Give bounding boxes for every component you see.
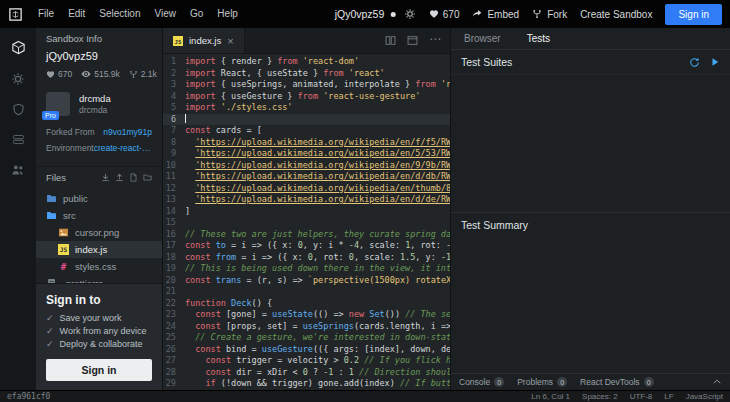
tab-tests[interactable]: Tests: [514, 28, 563, 49]
sandbox-info-icon[interactable]: [11, 40, 26, 55]
topbar-sign-in-button[interactable]: Sign in: [665, 4, 722, 25]
sandbox-info-header[interactable]: Sandbox Info: [36, 28, 162, 48]
console-tab-problems[interactable]: Problems0: [517, 377, 567, 387]
tab-browser[interactable]: Browser: [451, 28, 514, 49]
code-line-27[interactable]: 27 const trigger = velocity > 0.2 // If …: [163, 355, 450, 367]
server-icon[interactable]: [12, 133, 25, 146]
file-styles-css[interactable]: #styles.css: [36, 258, 162, 275]
test-summary-body: [451, 237, 730, 374]
line-content: 'https://upload.wikimedia.org/wikipedia/…: [185, 148, 450, 160]
menu-selection[interactable]: Selection: [92, 0, 147, 28]
code-line-26[interactable]: 26 const bind = useGesture(({ args: [ind…: [163, 344, 450, 356]
author-row[interactable]: Pro drcmda drcmda: [36, 84, 162, 122]
meta-value-link[interactable]: create-react-app: [94, 143, 152, 153]
code-line-28[interactable]: 28 const dir = xDir < 0 ? -1 : 1 // Dire…: [163, 367, 450, 379]
status-language-mode[interactable]: JavaScript: [686, 392, 723, 401]
files-header[interactable]: Files: [36, 166, 162, 188]
menu-view[interactable]: View: [148, 0, 184, 28]
code-line-6[interactable]: 6: [163, 114, 450, 126]
status-eol[interactable]: LF: [664, 392, 673, 401]
file-index-js[interactable]: JSindex.js: [36, 241, 162, 258]
console-tab-label: React DevTools: [580, 377, 640, 387]
sidebar: Sandbox Info jQy0vpz59 670515.9k2.1k Pro…: [36, 28, 163, 390]
code-line-16[interactable]: 16// These two are just helpers, they cu…: [163, 229, 450, 241]
stat-eye: 515.9k: [81, 69, 120, 79]
menu-edit[interactable]: Edit: [61, 0, 92, 28]
code-line-25[interactable]: 25 // Create a gesture, we're interested…: [163, 332, 450, 344]
file-cursor-png[interactable]: cursor.png: [36, 224, 162, 241]
stat-heart: 670: [46, 69, 72, 79]
code-line-17[interactable]: 17const to = i => ({ x: 0, y: i * -4, sc…: [163, 240, 450, 252]
sandbox-title: jQy0vpz59: [335, 8, 385, 20]
file-public[interactable]: public: [36, 190, 162, 207]
tab-label: index.js: [189, 35, 221, 46]
code-line-24[interactable]: 24 const [props, set] = useSprings(cards…: [163, 321, 450, 333]
status-encoding[interactable]: UTF-8: [630, 392, 653, 401]
meta-value-link[interactable]: n9vo1my91p: [103, 127, 152, 137]
status-cursor-position[interactable]: Ln 6, Col 1: [531, 392, 570, 401]
split-editor-icon[interactable]: [385, 35, 396, 46]
preferences-gear-icon[interactable]: [404, 8, 416, 20]
more-actions-icon[interactable]: ⋯: [429, 35, 441, 46]
menu-go[interactable]: Go: [183, 0, 210, 28]
code-line-3[interactable]: 3import { useSprings, animated, interpol…: [163, 79, 450, 91]
code-line-8[interactable]: 8 'https://upload.wikimedia.org/wikipedi…: [163, 137, 450, 149]
code-line-11[interactable]: 11 'https://upload.wikimedia.org/wikiped…: [163, 171, 450, 183]
js-file-icon: JS: [58, 244, 69, 255]
unsaved-indicator: [390, 12, 395, 17]
code-line-15[interactable]: 15: [163, 217, 450, 229]
menu-help[interactable]: Help: [210, 0, 245, 28]
run-tests-icon[interactable]: [710, 57, 720, 68]
code-line-20[interactable]: 20const trans = (r, s) => `perspective(1…: [163, 275, 450, 287]
new-file-icon[interactable]: [129, 173, 138, 182]
code-line-18[interactable]: 18const from = i => ({ x: 0, rot: 0, sca…: [163, 252, 450, 264]
code-line-2[interactable]: 2import React, { useState } from 'react': [163, 68, 450, 80]
statusbar-items: Ln 6, Col 1Spaces: 2UTF-8LFJavaScript: [531, 392, 723, 401]
code-line-4[interactable]: 4import { useGesture } from 'react-use-g…: [163, 91, 450, 103]
code-line-29[interactable]: 29 if (!down && trigger) gone.add(index)…: [163, 378, 450, 390]
tab-index-js[interactable]: JS index.js ×: [163, 28, 245, 53]
new-directory-icon[interactable]: [143, 173, 152, 182]
eye-icon: [81, 69, 91, 79]
code-line-9[interactable]: 9 'https://upload.wikimedia.org/wikipedi…: [163, 148, 450, 160]
code-line-22[interactable]: 22function Deck() {: [163, 298, 450, 310]
console-tab-console[interactable]: Console0: [459, 377, 504, 387]
code-line-14[interactable]: 14]: [163, 206, 450, 218]
codesandbox-logo-icon[interactable]: [8, 7, 23, 22]
expand-console-icon[interactable]: [712, 377, 722, 387]
line-number: 5: [163, 102, 185, 114]
code-line-12[interactable]: 12 'https://upload.wikimedia.org/wikiped…: [163, 183, 450, 195]
code-line-23[interactable]: 23 const [gone] = useState(() => new Set…: [163, 309, 450, 321]
topbar-actions: 670 Embed Fork Create Sandbox Sign in: [404, 4, 722, 25]
file-prettierrc[interactable]: .prettierrc: [36, 275, 162, 283]
code-line-19[interactable]: 19// This is being used down there in th…: [163, 263, 450, 275]
line-content: import { render } from 'react-dom': [185, 56, 450, 68]
status-indentation[interactable]: Spaces: 2: [582, 392, 618, 401]
embed-button[interactable]: Embed: [472, 9, 519, 20]
live-shield-icon[interactable]: [12, 103, 25, 116]
files-header-actions: [101, 173, 152, 182]
create-sandbox-button[interactable]: Create Sandbox: [580, 9, 652, 20]
menu-file[interactable]: File: [31, 0, 61, 28]
console-tab-react-devtools[interactable]: React DevTools0: [580, 377, 654, 387]
configuration-gear-icon[interactable]: [11, 72, 25, 86]
open-preview-icon[interactable]: [407, 35, 418, 46]
code-line-21[interactable]: 21: [163, 286, 450, 298]
fork-button[interactable]: Fork: [532, 9, 567, 20]
file-src[interactable]: src: [36, 207, 162, 224]
sidebar-sign-in-button[interactable]: Sign in: [46, 359, 152, 381]
code-line-7[interactable]: 7const cards = [: [163, 125, 450, 137]
code-line-10[interactable]: 10 'https://upload.wikimedia.org/wikiped…: [163, 160, 450, 172]
stat-fork: 2.1k: [129, 69, 157, 79]
collaborators-icon[interactable]: [11, 163, 25, 177]
refresh-tests-icon[interactable]: [689, 57, 700, 68]
code-line-13[interactable]: 13 'https://upload.wikimedia.org/wikiped…: [163, 194, 450, 206]
code-area[interactable]: 1import { render } from 'react-dom'2impo…: [163, 54, 450, 390]
upload-icon[interactable]: [115, 173, 124, 182]
close-tab-icon[interactable]: ×: [227, 35, 233, 47]
like-button[interactable]: 670: [429, 9, 460, 20]
code-line-1[interactable]: 1import { render } from 'react-dom': [163, 56, 450, 68]
code-line-5[interactable]: 5import './styles.css': [163, 102, 450, 114]
export-sandbox-icon[interactable]: [101, 173, 110, 182]
line-content: const to = i => ({ x: 0, y: i * -4, scal…: [185, 240, 450, 252]
